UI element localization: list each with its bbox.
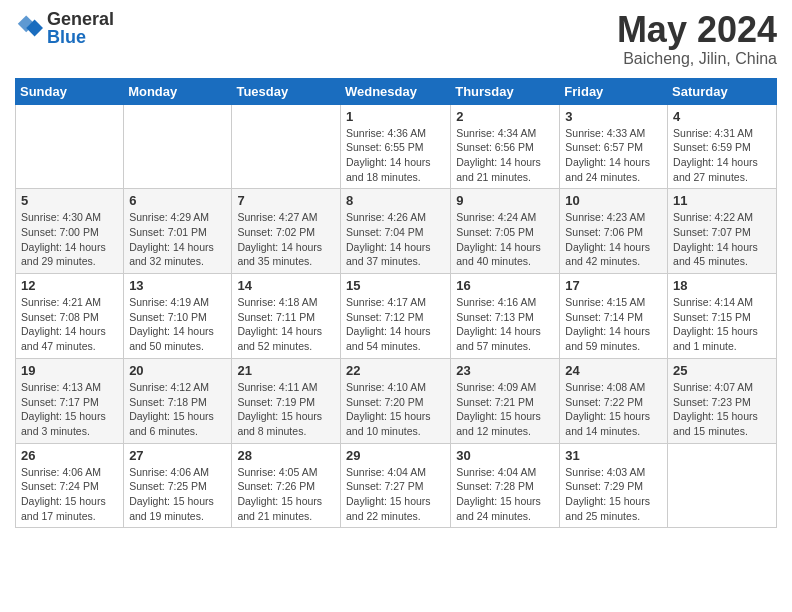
day-number: 16 [456,278,554,293]
day-detail: Sunrise: 4:22 AM Sunset: 7:07 PM Dayligh… [673,210,771,269]
calendar-cell: 2Sunrise: 4:34 AM Sunset: 6:56 PM Daylig… [451,104,560,189]
calendar-cell: 27Sunrise: 4:06 AM Sunset: 7:25 PM Dayli… [124,443,232,528]
day-number: 5 [21,193,118,208]
day-number: 28 [237,448,335,463]
calendar-location: Baicheng, Jilin, China [617,50,777,68]
day-number: 23 [456,363,554,378]
day-number: 14 [237,278,335,293]
calendar-week-row: 5Sunrise: 4:30 AM Sunset: 7:00 PM Daylig… [16,189,777,274]
day-detail: Sunrise: 4:33 AM Sunset: 6:57 PM Dayligh… [565,126,662,185]
calendar-cell: 7Sunrise: 4:27 AM Sunset: 7:02 PM Daylig… [232,189,341,274]
calendar-cell [232,104,341,189]
calendar-table: Sunday Monday Tuesday Wednesday Thursday… [15,78,777,529]
day-detail: Sunrise: 4:24 AM Sunset: 7:05 PM Dayligh… [456,210,554,269]
day-number: 3 [565,109,662,124]
calendar-cell: 17Sunrise: 4:15 AM Sunset: 7:14 PM Dayli… [560,274,668,359]
calendar-cell: 19Sunrise: 4:13 AM Sunset: 7:17 PM Dayli… [16,358,124,443]
calendar-cell: 29Sunrise: 4:04 AM Sunset: 7:27 PM Dayli… [340,443,450,528]
day-detail: Sunrise: 4:05 AM Sunset: 7:26 PM Dayligh… [237,465,335,524]
calendar-cell [124,104,232,189]
day-detail: Sunrise: 4:34 AM Sunset: 6:56 PM Dayligh… [456,126,554,185]
day-detail: Sunrise: 4:06 AM Sunset: 7:24 PM Dayligh… [21,465,118,524]
logo-icon [15,14,43,42]
day-detail: Sunrise: 4:10 AM Sunset: 7:20 PM Dayligh… [346,380,445,439]
day-number: 31 [565,448,662,463]
col-thursday: Thursday [451,78,560,104]
col-sunday: Sunday [16,78,124,104]
calendar-cell: 5Sunrise: 4:30 AM Sunset: 7:00 PM Daylig… [16,189,124,274]
calendar-cell: 9Sunrise: 4:24 AM Sunset: 7:05 PM Daylig… [451,189,560,274]
day-detail: Sunrise: 4:04 AM Sunset: 7:27 PM Dayligh… [346,465,445,524]
calendar-cell: 30Sunrise: 4:04 AM Sunset: 7:28 PM Dayli… [451,443,560,528]
calendar-cell: 6Sunrise: 4:29 AM Sunset: 7:01 PM Daylig… [124,189,232,274]
day-detail: Sunrise: 4:26 AM Sunset: 7:04 PM Dayligh… [346,210,445,269]
day-detail: Sunrise: 4:14 AM Sunset: 7:15 PM Dayligh… [673,295,771,354]
calendar-cell: 15Sunrise: 4:17 AM Sunset: 7:12 PM Dayli… [340,274,450,359]
day-number: 25 [673,363,771,378]
calendar-cell: 12Sunrise: 4:21 AM Sunset: 7:08 PM Dayli… [16,274,124,359]
calendar-cell: 16Sunrise: 4:16 AM Sunset: 7:13 PM Dayli… [451,274,560,359]
day-number: 17 [565,278,662,293]
col-saturday: Saturday [668,78,777,104]
calendar-cell: 14Sunrise: 4:18 AM Sunset: 7:11 PM Dayli… [232,274,341,359]
day-detail: Sunrise: 4:07 AM Sunset: 7:23 PM Dayligh… [673,380,771,439]
calendar-cell: 3Sunrise: 4:33 AM Sunset: 6:57 PM Daylig… [560,104,668,189]
logo: General Blue [15,10,114,46]
day-number: 8 [346,193,445,208]
day-number: 20 [129,363,226,378]
day-detail: Sunrise: 4:18 AM Sunset: 7:11 PM Dayligh… [237,295,335,354]
day-number: 10 [565,193,662,208]
day-detail: Sunrise: 4:23 AM Sunset: 7:06 PM Dayligh… [565,210,662,269]
day-detail: Sunrise: 4:27 AM Sunset: 7:02 PM Dayligh… [237,210,335,269]
day-detail: Sunrise: 4:19 AM Sunset: 7:10 PM Dayligh… [129,295,226,354]
header: General Blue May 2024 Baicheng, Jilin, C… [15,10,777,68]
day-detail: Sunrise: 4:08 AM Sunset: 7:22 PM Dayligh… [565,380,662,439]
calendar-cell: 8Sunrise: 4:26 AM Sunset: 7:04 PM Daylig… [340,189,450,274]
day-number: 21 [237,363,335,378]
day-number: 26 [21,448,118,463]
col-tuesday: Tuesday [232,78,341,104]
day-number: 29 [346,448,445,463]
calendar-week-row: 26Sunrise: 4:06 AM Sunset: 7:24 PM Dayli… [16,443,777,528]
logo-text: General Blue [47,10,114,46]
day-number: 1 [346,109,445,124]
calendar-cell: 31Sunrise: 4:03 AM Sunset: 7:29 PM Dayli… [560,443,668,528]
logo-blue-text: Blue [47,28,114,46]
day-detail: Sunrise: 4:29 AM Sunset: 7:01 PM Dayligh… [129,210,226,269]
day-number: 11 [673,193,771,208]
day-number: 2 [456,109,554,124]
day-detail: Sunrise: 4:06 AM Sunset: 7:25 PM Dayligh… [129,465,226,524]
calendar-cell: 28Sunrise: 4:05 AM Sunset: 7:26 PM Dayli… [232,443,341,528]
col-wednesday: Wednesday [340,78,450,104]
col-monday: Monday [124,78,232,104]
day-detail: Sunrise: 4:04 AM Sunset: 7:28 PM Dayligh… [456,465,554,524]
day-detail: Sunrise: 4:12 AM Sunset: 7:18 PM Dayligh… [129,380,226,439]
calendar-cell: 11Sunrise: 4:22 AM Sunset: 7:07 PM Dayli… [668,189,777,274]
calendar-cell: 4Sunrise: 4:31 AM Sunset: 6:59 PM Daylig… [668,104,777,189]
calendar-cell [16,104,124,189]
calendar-cell: 26Sunrise: 4:06 AM Sunset: 7:24 PM Dayli… [16,443,124,528]
col-friday: Friday [560,78,668,104]
calendar-header-row: Sunday Monday Tuesday Wednesday Thursday… [16,78,777,104]
day-number: 30 [456,448,554,463]
day-number: 19 [21,363,118,378]
calendar-cell: 24Sunrise: 4:08 AM Sunset: 7:22 PM Dayli… [560,358,668,443]
day-number: 9 [456,193,554,208]
calendar-title: May 2024 [617,10,777,50]
title-block: May 2024 Baicheng, Jilin, China [617,10,777,68]
calendar-cell: 20Sunrise: 4:12 AM Sunset: 7:18 PM Dayli… [124,358,232,443]
day-detail: Sunrise: 4:17 AM Sunset: 7:12 PM Dayligh… [346,295,445,354]
calendar-cell [668,443,777,528]
calendar-cell: 18Sunrise: 4:14 AM Sunset: 7:15 PM Dayli… [668,274,777,359]
day-number: 24 [565,363,662,378]
day-detail: Sunrise: 4:11 AM Sunset: 7:19 PM Dayligh… [237,380,335,439]
day-detail: Sunrise: 4:36 AM Sunset: 6:55 PM Dayligh… [346,126,445,185]
day-detail: Sunrise: 4:16 AM Sunset: 7:13 PM Dayligh… [456,295,554,354]
day-detail: Sunrise: 4:09 AM Sunset: 7:21 PM Dayligh… [456,380,554,439]
day-number: 27 [129,448,226,463]
page: General Blue May 2024 Baicheng, Jilin, C… [0,0,792,543]
day-number: 12 [21,278,118,293]
day-detail: Sunrise: 4:30 AM Sunset: 7:00 PM Dayligh… [21,210,118,269]
day-number: 15 [346,278,445,293]
calendar-cell: 23Sunrise: 4:09 AM Sunset: 7:21 PM Dayli… [451,358,560,443]
